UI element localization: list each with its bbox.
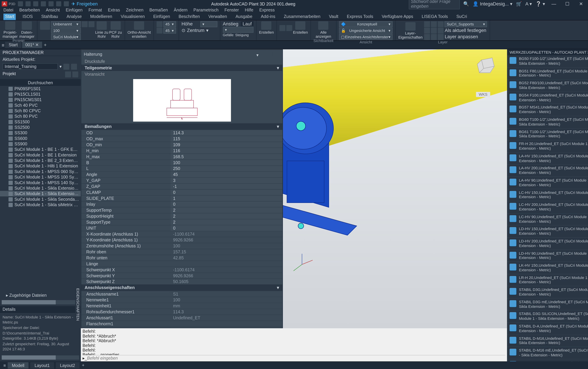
qat-saveas-icon[interactable] — [41, 1, 46, 6]
prop-value[interactable]: 109 — [171, 142, 282, 147]
gefalle-label[interactable]: Gefälle — [223, 33, 233, 37]
pm-tool-icon[interactable] — [72, 72, 78, 77]
tree-item[interactable]: Sch 80 CPVC — [0, 108, 81, 113]
angle-dropdown[interactable]: 45 — [163, 21, 176, 27]
palette-item[interactable]: STABIL D-M16 SILICON,Undefined_ET (SuCri… — [507, 359, 588, 361]
prop-value[interactable]: 100 — [171, 160, 282, 165]
chevron-down-icon[interactable]: ▾ — [256, 53, 258, 57]
tree-item[interactable]: SS1500 — [0, 119, 81, 124]
angle-icon[interactable] — [156, 21, 162, 27]
search-icon[interactable]: 🔍 — [463, 1, 469, 7]
ribbon-tab-verwalten[interactable]: Verwalten — [207, 14, 229, 20]
tree-item[interactable]: SS300 — [0, 130, 81, 135]
layer-eigenschaften-button[interactable]: Layer- Eigenschaften — [398, 22, 422, 39]
prop-value[interactable]: 0 — [171, 225, 282, 231]
ribbon-tool-icon[interactable] — [82, 21, 87, 27]
tree-item[interactable]: SuCri Module 1 - MPSS 060 Systemtei — [0, 169, 81, 174]
tree-item[interactable]: SuCri Module 1 - BE 2_3 Extension — [0, 158, 81, 163]
palette-item[interactable]: BG60 T100-1/2",Undefined_ET (SuCri Modul… — [507, 116, 588, 128]
ribbon-tab-verfügbare-apps[interactable]: Verfügbare Apps — [380, 14, 415, 20]
tree-item[interactable]: SuCri Module 1 - Sikla siMetrix - Metric — [0, 202, 81, 207]
palette-item[interactable]: LC-HV 200,Undefined_ET (SuCri Module 1 -… — [507, 201, 588, 213]
prop-row[interactable]: OD114.3 — [81, 130, 282, 136]
teilgeometrie-header[interactable]: Teilgeometrie▾ — [81, 65, 282, 71]
palette-item[interactable]: BG61 T100-1/2",Undefined_ET (SuCri Modul… — [507, 128, 588, 140]
prop-value[interactable]: 116 — [171, 148, 282, 154]
prop-row[interactable]: B100 — [81, 159, 282, 165]
layer-ic[interactable] — [424, 34, 430, 40]
anschluss-header[interactable]: Anschlusseigenschaften▾ — [81, 285, 282, 291]
start-tab[interactable]: Start — [5, 42, 21, 48]
prop-value[interactable]: 45 — [171, 172, 282, 177]
palette-item[interactable]: BG51 F80,Undefined_ET (SuCri Module 1 - … — [507, 67, 588, 80]
durchsuchen-input[interactable]: Durchsuchen — [0, 80, 81, 86]
menu-hilfe[interactable]: Hilfe — [245, 8, 253, 14]
help-search-input[interactable]: Stichwort oder Frage eingeben — [409, 0, 460, 9]
palette-item[interactable]: LA-HV 200,Undefined_ET (SuCri Module 1 -… — [507, 165, 588, 177]
prop-value[interactable]: -1 — [171, 184, 282, 189]
tree-item[interactable]: SuCri Module 1 - Sikla Extension - Metr — [0, 191, 81, 196]
doc-tab[interactable]: 001* ✕ — [22, 42, 42, 48]
prop-row[interactable]: OD_max115 — [81, 136, 282, 142]
prop-row[interactable]: Y_GAP3 — [81, 177, 282, 183]
command-input[interactable] — [87, 356, 505, 360]
ribbon-tab-zusammenarbeiten[interactable]: Zusammenarbeiten — [282, 14, 322, 20]
prop-value[interactable]: 1 — [171, 196, 282, 201]
view-dropdown[interactable]: 🔓 Ungesicherte Ansicht — [339, 28, 393, 34]
prop-value[interactable]: 2 — [171, 207, 282, 213]
menu-parametrisch[interactable]: Parametrisch — [193, 8, 219, 14]
bemassungen-header[interactable]: Bemaßungen▾ — [81, 123, 282, 130]
pm-tool-icon[interactable] — [65, 72, 71, 77]
tree-scrollbar[interactable] — [2, 300, 79, 304]
prop-row[interactable]: Z_GAP-1 — [81, 183, 282, 189]
palette-item[interactable]: LR-H 20,Undefined_ET (SuCri Module 1 - S… — [507, 274, 588, 286]
layer-ic[interactable] — [424, 28, 430, 34]
tree-item[interactable]: SS2500 — [0, 124, 81, 130]
palette-item[interactable]: LA-HV 90,Undefined_ET (SuCri Module 1 - … — [507, 177, 588, 189]
prop-row[interactable]: Inlay0 — [81, 201, 282, 207]
menu-express[interactable]: Express — [259, 8, 275, 14]
alle-anzeigen-button[interactable]: Alle anzeigen — [314, 21, 334, 39]
erstellen-button[interactable]: Erstellen — [259, 21, 274, 34]
ribbon-tab-visualisieren[interactable]: Visualisieren — [119, 14, 147, 20]
unbenannt-dropdown[interactable]: Unbenannt — [51, 21, 81, 27]
palette-item[interactable]: BG50 F100-1/2",Undefined_ET (SuCri Modul… — [507, 55, 588, 67]
layer-dropdown[interactable]: SuCri_Supports — [445, 21, 487, 27]
tree-item[interactable]: Sch 80 PVC — [0, 113, 81, 119]
menu-extras[interactable]: Extras — [108, 8, 120, 14]
layout2-tab[interactable]: Layout2 — [56, 362, 79, 368]
palette-item[interactable]: STABIL D3G,Undefined_ET (SuCri Module 1 … — [507, 286, 588, 298]
layer-ic[interactable] — [431, 21, 437, 27]
palette-item[interactable]: LC-HV 90,Undefined_ET (SuCri Module 1 - … — [507, 213, 588, 226]
anstieg-tab[interactable]: Anstieg — [223, 21, 238, 26]
steigung-label[interactable]: Steigung — [235, 33, 249, 37]
size-dropdown[interactable]: 100 — [51, 28, 81, 34]
add-layout-button[interactable]: ＋ — [81, 362, 85, 368]
prop-value[interactable]: 250 — [171, 166, 282, 171]
layout1-tab[interactable]: Layout1 — [30, 362, 54, 368]
prop-value[interactable]: 2 — [171, 219, 282, 225]
share-button[interactable]: ✈ Freigeben — [72, 1, 98, 7]
viewport-dropdown[interactable]: ▢ Einzelnes Ansichtsfenster — [339, 34, 393, 40]
prop-tool-icon[interactable] — [267, 51, 273, 57]
prop-value[interactable]: 2 — [171, 213, 282, 219]
zugehoerige-dateien[interactable]: ▸ Zugehörige Dateien — [0, 292, 81, 298]
ribbon-tab-modellieren[interactable]: Modellieren — [89, 14, 114, 20]
ribbon-tab-sucri[interactable]: SuCri — [455, 14, 469, 20]
chevron-down-icon[interactable]: ▾ — [206, 28, 209, 33]
menu-fenster[interactable]: Fenster — [224, 8, 239, 14]
prop-tool-icon[interactable] — [274, 51, 280, 57]
tree-item[interactable]: SuCri Module 1 - BE 1 Extension — [0, 152, 81, 158]
tree-item[interactable]: SuCri Module 1 - Sikla Secondary Steel — [0, 196, 81, 202]
prop-value[interactable]: 114.3 — [171, 130, 282, 135]
menu-ansicht[interactable]: Ansicht — [46, 8, 60, 14]
palette-item[interactable]: STABIL D-M16,Undefined_ET (SuCri Module … — [507, 335, 588, 347]
qat-open-icon[interactable] — [25, 1, 31, 6]
layer-ic[interactable] — [431, 34, 437, 40]
prop-row[interactable]: H_max168.5 — [81, 154, 282, 159]
palette-item[interactable]: LK-HV 150,Undefined_ET (SuCri Module 1 -… — [507, 262, 588, 274]
help-icon[interactable]: ❔ ▾ — [536, 1, 545, 7]
app-menu-icon[interactable]: ≡ — [2, 42, 4, 48]
layer-ic[interactable] — [424, 21, 430, 27]
prop-value[interactable]: 0 — [171, 190, 282, 195]
